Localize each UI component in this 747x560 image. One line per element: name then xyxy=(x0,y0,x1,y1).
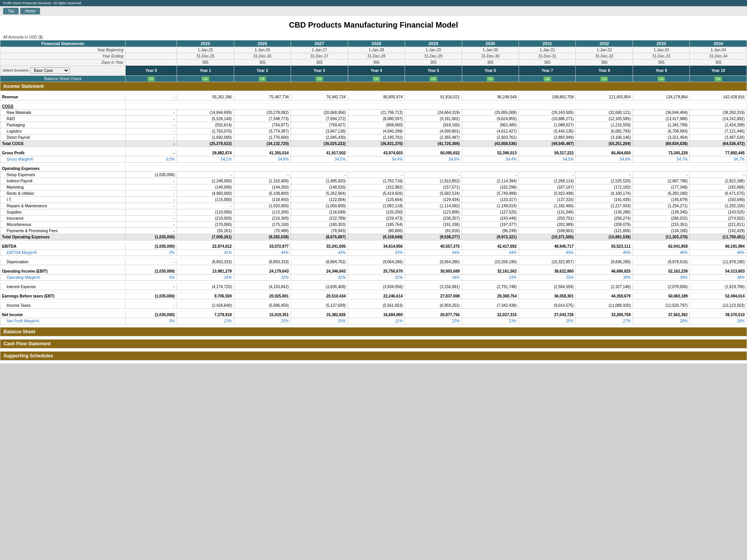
blank-11 xyxy=(0,309,747,312)
blank-9 xyxy=(0,290,747,293)
it-row: I.T. - (115,000) (118,450) (122,004) (12… xyxy=(0,197,747,203)
yb-2029: 1-Jan-29 xyxy=(405,47,462,53)
blank-5 xyxy=(0,240,747,243)
year-period-9: Year 9 xyxy=(633,66,689,76)
it-label: I.T. xyxy=(0,197,126,203)
gross-margin-label: Gross Margin% xyxy=(0,156,126,163)
header-year0 xyxy=(126,40,177,47)
repairs-maintenance-row: Repairs & Maintenance - - (1,020,000) (1… xyxy=(0,203,747,209)
header-2025: 2025 xyxy=(177,40,234,47)
yb-2026: 1-Jan-26 xyxy=(234,47,291,53)
net-income-row: Net Income (1,035,000) 7,279,919 15,019,… xyxy=(0,312,747,318)
net-profit-margin-row: Net Profit Margin% 0% 13% 20% 20% 21% 23… xyxy=(0,318,747,324)
yb-2032: 1-Jan-32 xyxy=(576,47,633,53)
operating-margin-label: Operating Margin% xyxy=(0,275,126,281)
yb-2031: 1-Jan-31 xyxy=(519,47,576,53)
ebt-label: Earnings Before taxes (EBT) xyxy=(0,293,126,299)
depreciation-label: Depreciation xyxy=(0,259,126,265)
spreadsheet-container: Financial Statements 2025 2026 2027 2028… xyxy=(0,40,747,364)
blank-10 xyxy=(0,299,747,303)
rents-utilities-row: Rents & Utilities - (4,960,000) (5,108,8… xyxy=(0,191,747,197)
blank-4 xyxy=(0,163,747,166)
supplies-row: Supplies - (110,000) (113,300) (116,699)… xyxy=(0,209,747,215)
net-income-label: Net Income xyxy=(0,312,126,318)
ebit-label: Operating Income (EBIT) xyxy=(0,268,126,275)
net-profit-margin-label: Net Profit Margin% xyxy=(0,318,126,324)
main-title: CBD Products Manufacturing Financial Mod… xyxy=(0,16,747,34)
setup-expenses-row: Setup Expenses (1,035,000) - - - - - - -… xyxy=(0,172,747,178)
supporting-schedules-label: Supporting Schedules xyxy=(0,352,747,360)
cogs-label: COGS xyxy=(0,103,126,110)
balance-check-row: Balance Sheet Check Ok Ok Ok Ok Ok Ok Ok… xyxy=(0,76,747,82)
blank-8 xyxy=(0,281,747,284)
blank-7 xyxy=(0,265,747,268)
header-2033: 2033 xyxy=(633,40,689,47)
amounts-label: All Amounts in USD ($) xyxy=(0,34,747,40)
ebitda-margin-row: EBITDA Margin% 0% 41% 44% 43% 43% 44% 44… xyxy=(0,250,747,256)
scenario-cell[interactable]: Select Scenario Base Case Upside Case Do… xyxy=(0,66,126,76)
logistics-row: Logistics - (2,763,070) (3,774,387) (3,8… xyxy=(0,128,747,135)
gross-margin-row: Gross Margin% 0,0% 54,1% 54,8% 54,5% 54,… xyxy=(0,156,747,163)
financial-statements-label: Financial Statements xyxy=(0,40,126,47)
packaging-label: Packaging xyxy=(0,122,126,128)
year-period-5: Year 5 xyxy=(405,66,462,76)
ebit-row: Operating Income (EBIT) (1,035,000) 13,9… xyxy=(0,268,747,275)
select-scenario-label: Select Scenario xyxy=(3,68,29,72)
income-statement-header: Income Statement xyxy=(0,82,747,91)
year-period-10: Year 10 xyxy=(690,66,747,76)
yb-y0 xyxy=(126,47,177,53)
miscellaneous-row: Miscellaneous - (170,000) (175,100) (180… xyxy=(0,222,747,228)
total-opex-label: Total Operating Expenses xyxy=(0,234,126,240)
year-period-7: Year 7 xyxy=(519,66,576,76)
year-beginning-row: Year Beginning 1-Jan-25 1-Jan-26 1-Jan-2… xyxy=(0,47,747,53)
opex-header-label: Operating Expenses xyxy=(0,166,126,172)
cash-flow-header[interactable]: Cash Flow Statement xyxy=(0,340,747,348)
header-2031: 2031 xyxy=(519,40,576,47)
year-period-y0: Year 0 xyxy=(126,66,177,76)
ebt-row: Earnings Before taxes (EBT) (1,035,000) … xyxy=(0,293,747,299)
gross-profit-row: Gross Profit - 29,882,874 41,355,014 41,… xyxy=(0,150,747,156)
depreciation-row: Depreciation - (8,893,333) (8,893,333) (… xyxy=(0,259,747,265)
ebitda-label: EBITDA xyxy=(0,243,126,250)
header-2032: 2032 xyxy=(576,40,633,47)
year-period-4: Year 4 xyxy=(348,66,405,76)
top-bar: Profit Vision Financial Services. All ri… xyxy=(0,0,747,6)
year-ending-row: Year Ending 31-Dec-25 31-Dec-26 31-Dec-2… xyxy=(0,53,747,60)
income-statement-label: Income Statement xyxy=(0,82,747,91)
cogs-header-row: COGS xyxy=(0,103,747,110)
year-period-1: Year 1 xyxy=(177,66,234,76)
app-title: Profit Vision Financial Services. All ri… xyxy=(3,1,82,5)
balance-sheet-header[interactable]: Balance Sheet xyxy=(0,327,747,336)
yb-2034: 1-Jan-34 xyxy=(690,47,747,53)
packaging-row: Packaging - (552,614) (754,877) (769,427… xyxy=(0,122,747,128)
opex-header-row: Operating Expenses xyxy=(0,166,747,172)
header-2034: 2034 xyxy=(690,40,747,47)
supplies-label: Supplies xyxy=(0,209,126,215)
insurance-row: Insurance - (210,000) (216,300) (222,789… xyxy=(0,215,747,222)
yb-2030: 1-Jan-30 xyxy=(462,47,519,53)
raw-materials-label: Raw Materials xyxy=(0,110,126,116)
header-2027: 2027 xyxy=(291,40,348,47)
blank-3 xyxy=(0,147,747,150)
ebitda-margin-label: EBITDA Margin% xyxy=(0,250,126,256)
total-opex-row: Total Operating Expenses (1,035,000) (7,… xyxy=(0,234,747,240)
header-2028: 2028 xyxy=(348,40,405,47)
year-period-6: Year 6 xyxy=(462,66,519,76)
blank-15 xyxy=(0,360,747,364)
raw-materials-row: Raw Materials - (14,844,699) (20,278,082… xyxy=(0,110,747,116)
supporting-schedules-header[interactable]: Supporting Schedules xyxy=(0,352,747,360)
logistics-label: Logistics xyxy=(0,128,126,135)
total-cogs-row: Total COGS - (25,378,522) (34,132,720) (… xyxy=(0,141,747,147)
year-ending-label: Year Ending xyxy=(0,53,126,60)
top-button[interactable]: Top xyxy=(3,8,19,14)
revenue-label: Revenue xyxy=(0,94,126,100)
nav-bar: Top Home xyxy=(0,6,747,16)
yb-2033: 1-Jan-33 xyxy=(633,47,689,53)
days-in-year-label: Days in Year xyxy=(0,60,126,66)
rd-row: R&D - (5,526,140) (7,548,773) (7,694,272… xyxy=(0,116,747,122)
year-period-3: Year 3 xyxy=(291,66,348,76)
year-period-2: Year 2 xyxy=(234,66,291,76)
home-button[interactable]: Home xyxy=(20,8,40,14)
scenario-dropdown[interactable]: Base Case Upside Case Downside Case xyxy=(30,67,70,74)
interest-expense-label: Interest Expense xyxy=(0,284,126,290)
